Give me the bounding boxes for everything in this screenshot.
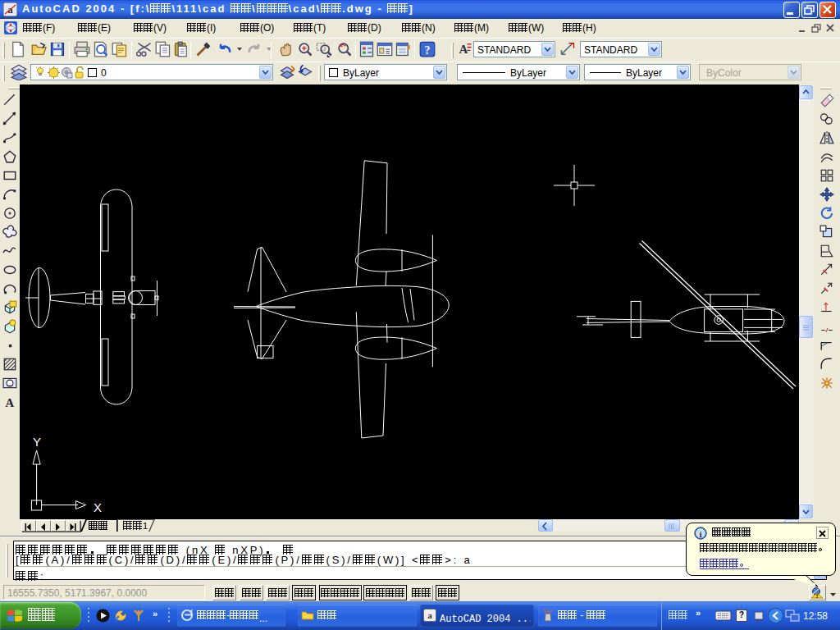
svg-text:a: a (427, 610, 432, 620)
svg-text:Y: Y (33, 435, 41, 449)
svg-text:?: ? (425, 44, 431, 57)
svg-text:i: i (699, 529, 701, 539)
svg-text:A: A (459, 43, 468, 56)
svg-text:A: A (5, 396, 14, 409)
svg-text:X: X (94, 500, 102, 514)
svg-text:!: ! (816, 592, 819, 600)
